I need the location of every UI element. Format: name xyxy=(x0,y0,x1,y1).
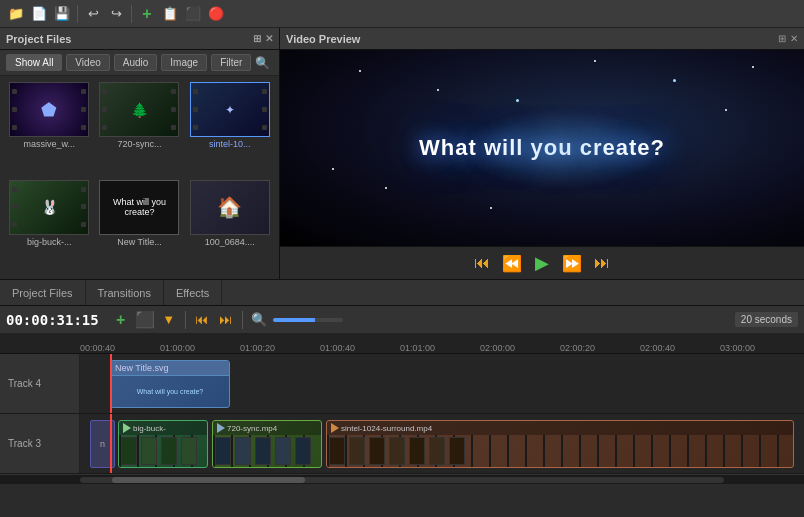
title-clip-name: New Title.svg xyxy=(115,363,169,373)
filter-button[interactable]: Filter xyxy=(211,54,251,71)
clip-sync-header: 720-sync.mp4 xyxy=(213,421,321,435)
clip-sintel-header: sintel-1024-surround.mp4 xyxy=(327,421,793,435)
file-bigbuck-label: big-buck-... xyxy=(27,237,72,247)
horizontal-scrollbar xyxy=(0,474,804,484)
mini-frame-2 xyxy=(141,437,157,465)
title-clip-header: New Title.svg xyxy=(111,361,229,376)
clip-bigbuck[interactable]: big-buck- xyxy=(118,420,208,468)
video-filter-button[interactable]: Video xyxy=(66,54,109,71)
filter-clear-icon[interactable]: 🔍 xyxy=(255,56,270,70)
file-filter-bar: Show All Video Audio Image Filter 🔍 xyxy=(0,50,279,76)
save-icon[interactable]: 💾 xyxy=(52,4,72,24)
video-preview-header: Video Preview ⊞ ✕ xyxy=(280,28,804,50)
video-preview-area: What will you create? xyxy=(280,50,804,246)
image-filter-button[interactable]: Image xyxy=(161,54,207,71)
toolbar-separator-2 xyxy=(131,5,132,23)
ruler-mark-4: 01:01:00 xyxy=(400,343,480,353)
ruler-mark-6: 02:00:20 xyxy=(560,343,640,353)
sintel-frame-5 xyxy=(409,437,425,465)
clip-sintel-name: sintel-1024-surround.mp4 xyxy=(341,424,432,433)
track-3-label: Track 3 xyxy=(0,414,80,473)
panel-header-icons: ⊞ ✕ xyxy=(253,33,273,44)
tab-transitions[interactable]: Transitions xyxy=(86,280,164,305)
sync-triangle-icon xyxy=(217,423,225,433)
clip-sync-filmstrip xyxy=(213,435,321,467)
tab-project-files[interactable]: Project Files xyxy=(0,280,86,305)
undo-icon[interactable]: ↩ xyxy=(83,4,103,24)
file-sintel[interactable]: ✦ sintel-10... xyxy=(187,82,273,176)
toolbar-separator-1 xyxy=(77,5,78,23)
ruler-marks: 00:00:40 01:00:00 01:00:20 01:00:40 01:0… xyxy=(80,343,804,353)
file-720-sync[interactable]: 🌲 720-sync... xyxy=(96,82,182,176)
sintel-frame-2 xyxy=(349,437,365,465)
timeline-ruler: 00:00:40 01:00:00 01:00:20 01:00:40 01:0… xyxy=(0,334,804,354)
file-massive-w[interactable]: ⬟ massive_w... xyxy=(6,82,92,176)
tab-effects[interactable]: Effects xyxy=(164,280,222,305)
ruler-mark-3: 01:00:40 xyxy=(320,343,400,353)
preview-maximize-icon[interactable]: ⊞ xyxy=(778,33,786,44)
sync-frame-2 xyxy=(235,437,251,465)
tab-bar: Project Files Transitions Effects xyxy=(0,280,804,306)
show-all-button[interactable]: Show All xyxy=(6,54,62,71)
bottom-section: Project Files Transitions Effects 00:00:… xyxy=(0,280,804,484)
bigbuck-triangle-icon xyxy=(123,423,131,433)
sync-frame-3 xyxy=(255,437,271,465)
clip-bigbuck-filmstrip xyxy=(119,435,207,467)
remove-track-button[interactable]: ⬛ xyxy=(135,310,155,330)
filter-down-button[interactable]: ▼ xyxy=(159,310,179,330)
export-icon[interactable]: 📋 xyxy=(160,4,180,24)
fast-forward-button[interactable]: ⏩ xyxy=(561,252,583,274)
rewind-button[interactable]: ⏪ xyxy=(501,252,523,274)
clip-bigbuck-name: big-buck- xyxy=(133,424,166,433)
sintel-frame-7 xyxy=(449,437,465,465)
clip-sintel[interactable]: sintel-1024-surround.mp4 xyxy=(326,420,794,468)
file-100-0684-label: 100_0684.... xyxy=(205,237,255,247)
zoom-button[interactable]: 🔍 xyxy=(249,310,269,330)
ruler-mark-8: 03:00:00 xyxy=(720,343,800,353)
mini-frame-1 xyxy=(121,437,137,465)
file-bigbuck[interactable]: 🐰 big-buck-... xyxy=(6,180,92,274)
settings-icon[interactable]: ⬛ xyxy=(183,4,203,24)
redo-icon[interactable]: ↪ xyxy=(106,4,126,24)
zoom-slider[interactable] xyxy=(273,318,343,322)
sintel-frame-1 xyxy=(329,437,345,465)
go-to-end-button[interactable]: ⏭ xyxy=(591,252,613,274)
audio-filter-button[interactable]: Audio xyxy=(114,54,158,71)
track-4-content: New Title.svg What will you create? xyxy=(80,354,804,413)
go-to-start-button[interactable]: ⏮ xyxy=(471,252,493,274)
clip-sintel-filmstrip xyxy=(327,435,793,467)
mini-frame-4 xyxy=(181,437,197,465)
clip-bigbuck-header: big-buck- xyxy=(119,421,207,435)
new-file-icon[interactable]: 📁 xyxy=(6,4,26,24)
preview-close-icon[interactable]: ✕ xyxy=(790,33,798,44)
preview-main-text: What will you create? xyxy=(419,135,665,161)
panel-maximize-icon[interactable]: ⊞ xyxy=(253,33,261,44)
hscroll-thumb[interactable] xyxy=(112,477,305,483)
timeline-toolbar: 00:00:31:15 + ⬛ ▼ ⏮ ⏭ 🔍 20 seconds xyxy=(0,306,804,334)
add-icon[interactable]: + xyxy=(137,4,157,24)
clip-sync-name: 720-sync.mp4 xyxy=(227,424,277,433)
record-icon[interactable]: 🔴 xyxy=(206,4,226,24)
play-button[interactable]: ▶ xyxy=(531,252,553,274)
hscroll-track[interactable] xyxy=(80,477,724,483)
file-720-sync-label: 720-sync... xyxy=(117,139,161,149)
go-end-button[interactable]: ⏭ xyxy=(216,310,236,330)
go-start-button[interactable]: ⏮ xyxy=(192,310,212,330)
file-sintel-label: sintel-10... xyxy=(209,139,251,149)
file-100-0684[interactable]: 🏠 100_0684.... xyxy=(187,180,273,274)
clip-sync[interactable]: 720-sync.mp4 xyxy=(212,420,322,468)
ruler-mark-0: 00:00:40 xyxy=(80,343,160,353)
seconds-label: 20 seconds xyxy=(735,312,798,327)
ruler-mark-5: 02:00:00 xyxy=(480,343,560,353)
panel-close-icon[interactable]: ✕ xyxy=(265,33,273,44)
project-files-title: Project Files xyxy=(6,33,71,45)
time-display: 00:00:31:15 xyxy=(6,312,99,328)
sync-frame-4 xyxy=(275,437,291,465)
ruler-mark-1: 01:00:00 xyxy=(160,343,240,353)
open-icon[interactable]: 📄 xyxy=(29,4,49,24)
add-track-button[interactable]: + xyxy=(111,310,131,330)
file-new-title[interactable]: What will you create? New Title... xyxy=(96,180,182,274)
tl-sep-1 xyxy=(185,311,186,329)
title-clip[interactable]: New Title.svg What will you create? xyxy=(110,360,230,408)
tl-sep-2 xyxy=(242,311,243,329)
